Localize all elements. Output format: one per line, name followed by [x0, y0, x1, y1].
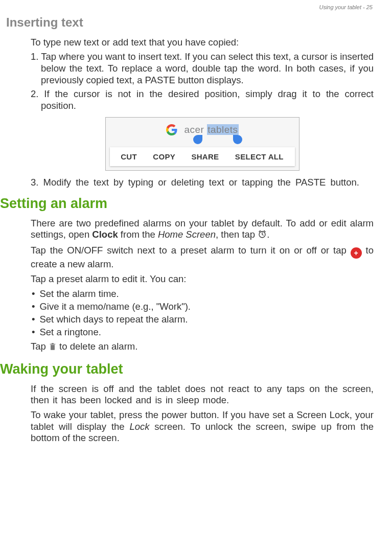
step-1: Tap where you want to insert text. If yo… [31, 51, 374, 86]
google-logo-icon [166, 124, 178, 136]
copy-button[interactable]: COPY [153, 152, 175, 161]
alarm-para-1: There are two predefined alarms on your … [31, 218, 374, 242]
waking-para-1: If the screen is off and the tablet does… [31, 383, 374, 406]
text-selection-screenshot: acer tablets CUT COPY SHARE SELECT ALL [105, 117, 299, 171]
lock-italic: Lock [129, 421, 149, 432]
text: . [267, 229, 269, 240]
step-3: Modify the text by typing or deleting te… [31, 177, 374, 189]
inserting-body: To type new text or add text that you ha… [18, 37, 374, 189]
bullet-ringtone: Set a ringtone. [31, 326, 374, 339]
alarm-body: There are two predefined alarms on your … [18, 218, 374, 354]
text: from the [118, 229, 158, 240]
inserting-intro: To type new text or add text that you ha… [31, 37, 374, 48]
search-text: acer tablets [184, 124, 238, 135]
heading-setting-alarm: Setting an alarm [0, 196, 374, 212]
selection-handles [136, 135, 299, 144]
add-alarm-icon: + [351, 247, 362, 259]
select-all-button[interactable]: SELECT ALL [235, 152, 284, 161]
text: , then tap [216, 229, 258, 240]
waking-body: If the screen is off and the tablet does… [18, 383, 374, 444]
page-header: Using your tablet - 25 [319, 4, 373, 10]
home-screen-italic: Home Screen [158, 229, 216, 240]
text-action-bar: CUT COPY SHARE SELECT ALL [110, 147, 295, 166]
selection-handle-left-icon[interactable] [193, 135, 202, 144]
trash-icon [49, 342, 57, 354]
heading-waking-tablet: Waking your tablet [0, 361, 374, 377]
alarm-clock-icon [258, 229, 267, 242]
alarm-para-3: Tap a preset alarm to edit it. You can: [31, 273, 374, 285]
share-button[interactable]: SHARE [191, 152, 219, 161]
selected-text: tablets [207, 124, 238, 135]
search-bar: acer tablets [106, 118, 299, 136]
alarm-para-2: Tap the ON/OFF switch next to a preset a… [31, 245, 374, 270]
text: Tap the ON/OFF switch next to a preset a… [31, 245, 351, 256]
bullet-repeat: Set which days to repeat the alarm. [31, 313, 374, 326]
inserting-steps-list: Tap where you want to insert text. If yo… [31, 51, 374, 112]
bullet-time: Set the alarm time. [31, 288, 374, 301]
waking-para-2: To wake your tablet, press the power but… [31, 409, 374, 444]
content-area: Inserting text To type new text or add t… [18, 0, 374, 444]
clock-bold: Clock [92, 229, 118, 240]
text: to delete an alarm. [57, 341, 137, 352]
search-prefix: acer [184, 124, 207, 135]
heading-inserting-text: Inserting text [6, 15, 374, 30]
alarm-bullets: Set the alarm time. Give it a memo/name … [31, 288, 374, 339]
inserting-steps-list-2: Modify the text by typing or deleting te… [31, 177, 374, 189]
selection-handle-right-icon[interactable] [233, 135, 242, 144]
cut-button[interactable]: CUT [121, 152, 137, 161]
text: Tap [31, 341, 49, 352]
step-2: If the cursor is not in the desired posi… [31, 88, 374, 112]
bullet-memo: Give it a memo/name (e.g., "Work"). [31, 301, 374, 313]
alarm-para-4: Tap to delete an alarm. [31, 341, 374, 354]
